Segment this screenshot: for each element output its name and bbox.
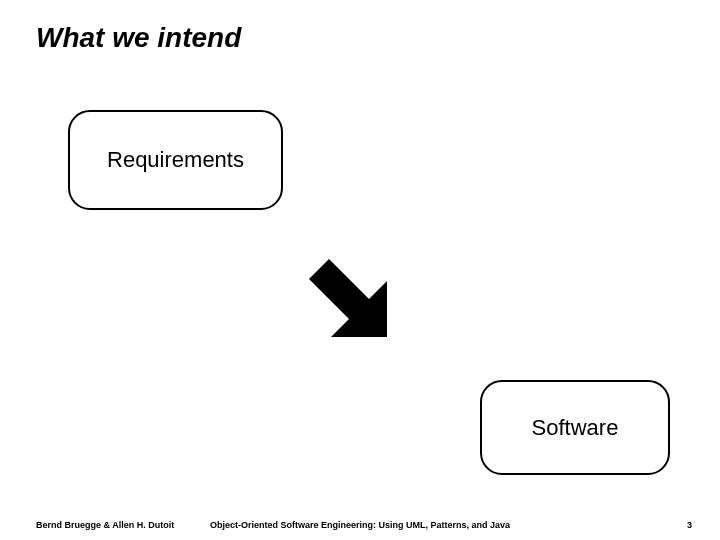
software-box: Software [480,380,670,475]
requirements-label: Requirements [107,147,244,173]
software-label: Software [532,415,619,441]
arrow-down-right-icon [290,240,410,360]
svg-marker-0 [309,259,387,337]
slide: What we intend Requirements Software Ber… [0,0,720,540]
slide-title: What we intend [36,22,241,54]
footer-page-number: 3 [687,520,692,530]
requirements-box: Requirements [68,110,283,210]
footer-book-title: Object-Oriented Software Engineering: Us… [0,520,720,530]
